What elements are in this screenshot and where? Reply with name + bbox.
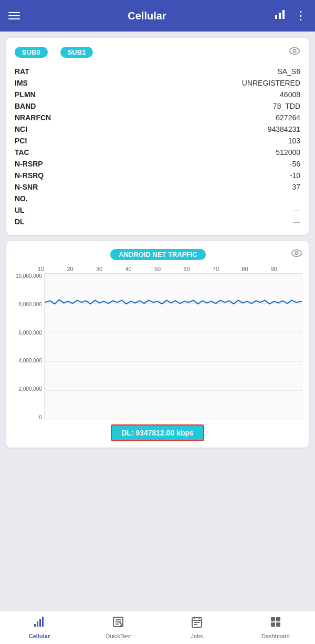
info-row: BAND78_TDD — [15, 100, 300, 112]
svg-rect-1 — [279, 13, 281, 19]
svg-rect-0 — [275, 15, 277, 19]
chart-x-label: 50 — [154, 266, 161, 272]
info-label: N-RSRQ — [15, 171, 72, 180]
info-label: NRARFCN — [15, 113, 72, 122]
chart-y-label: 6,000,000 — [19, 330, 43, 336]
info-label: NCI — [15, 125, 72, 133]
visibility-icon[interactable] — [289, 45, 300, 59]
info-value: — — [72, 217, 300, 226]
jobs-nav-icon — [191, 616, 203, 631]
grid-line-bottom — [45, 420, 302, 420]
info-value: 78_TDD — [72, 102, 300, 110]
menu-icon[interactable] — [8, 12, 20, 19]
info-value: 627264 — [72, 113, 300, 122]
sub-badges-row: SUB0 SUB1 — [15, 45, 300, 59]
svg-rect-9 — [39, 619, 41, 627]
svg-rect-24 — [276, 622, 280, 627]
info-value: 512000 — [72, 148, 300, 157]
nav-cellular[interactable]: Cellular — [0, 611, 79, 643]
info-row: N-RSRP-56 — [15, 158, 300, 170]
cellular-nav-icon — [33, 616, 46, 631]
info-row: DL— — [15, 216, 300, 227]
nav-dashboard[interactable]: Dashboard — [236, 611, 315, 643]
app-header: Cellular ⋮ — [0, 0, 315, 32]
info-value: 94384231 — [72, 125, 300, 133]
sub1-badge[interactable]: SUB1 — [60, 47, 93, 58]
traffic-chart-card: ANDROID NET TRAFFIC 102030405060708090 1… — [6, 241, 309, 448]
nav-jobs[interactable]: Jobs — [158, 611, 236, 643]
svg-rect-23 — [271, 622, 275, 627]
info-table: RATSA_S6IMSUNREGISTEREDPLMN46008BAND78_T… — [15, 66, 300, 227]
chart-y-labels: 10,000,0008,000,0006,000,0004,000,0002,0… — [13, 273, 44, 420]
svg-point-4 — [293, 49, 296, 53]
chart-y-label: 10,000,000 — [16, 273, 42, 279]
jobs-nav-label: Jobs — [191, 633, 203, 639]
main-content: SUB0 SUB1 RATSA_S6IMSUNREGISTEREDPLMN460… — [0, 32, 315, 499]
info-label: N-SNR — [15, 183, 72, 191]
chart-x-label: 10 — [38, 266, 44, 272]
sub-badges: SUB0 SUB1 — [15, 47, 93, 58]
info-row: PCI103 — [15, 135, 300, 147]
info-row: PLMN46008 — [15, 89, 300, 100]
info-label: TAC — [15, 148, 72, 157]
info-value: SA_S6 — [72, 67, 300, 76]
info-label: DL — [15, 217, 72, 226]
dl-badge-container: DL: 9347812.00 kbps — [13, 424, 302, 441]
chart-area: 102030405060708090 10,000,0008,000,0006,… — [13, 266, 302, 420]
info-label: PLMN — [15, 90, 72, 99]
nav-quicktest[interactable]: QuickTest — [79, 611, 158, 643]
signal-chart-icon[interactable] — [274, 8, 287, 24]
more-options-icon[interactable]: ⋮ — [295, 9, 307, 23]
chart-visibility-icon[interactable] — [291, 247, 302, 262]
info-value: 103 — [72, 137, 300, 145]
chart-y-label: 0 — [39, 414, 42, 420]
traffic-waveform — [45, 274, 302, 420]
info-label: N-RSRP — [15, 160, 72, 168]
svg-point-5 — [292, 250, 301, 257]
chart-x-label: 90 — [271, 266, 277, 272]
chart-y-label: 2,000,000 — [19, 386, 43, 392]
quicktest-nav-label: QuickTest — [106, 633, 131, 639]
info-row: RATSA_S6 — [15, 66, 300, 77]
android-net-traffic-badge: ANDROID NET TRAFFIC — [110, 249, 206, 260]
chart-x-label: 40 — [125, 266, 131, 272]
info-value: -10 — [72, 171, 300, 180]
chart-x-label: 20 — [67, 266, 73, 272]
chart-header: ANDROID NET TRAFFIC — [13, 247, 302, 262]
svg-rect-10 — [42, 617, 44, 627]
svg-point-3 — [290, 48, 299, 55]
dl-speed-badge: DL: 9347812.00 kbps — [111, 424, 204, 441]
svg-rect-2 — [282, 10, 285, 19]
quicktest-nav-icon — [112, 616, 124, 631]
info-label: NO. — [15, 194, 72, 203]
chart-x-label: 30 — [96, 266, 102, 272]
cellular-info-card: SUB0 SUB1 RATSA_S6IMSUNREGISTEREDPLMN460… — [6, 38, 309, 235]
chart-plot — [44, 273, 302, 420]
info-row: NCI94384231 — [15, 123, 300, 135]
svg-rect-21 — [271, 617, 275, 621]
info-label: BAND — [15, 102, 72, 110]
chart-body: 10,000,0008,000,0006,000,0004,000,0002,0… — [13, 273, 302, 420]
svg-point-6 — [295, 252, 298, 255]
info-value: — — [72, 206, 300, 214]
bottom-nav: Cellular QuickTest Jobs Dashboard — [0, 610, 315, 644]
info-row: TAC512000 — [15, 147, 300, 158]
info-row: N-RSRQ-10 — [15, 170, 300, 181]
info-label: IMS — [15, 79, 72, 87]
info-row: IMSUNREGISTERED — [15, 77, 300, 89]
svg-rect-8 — [37, 621, 38, 627]
svg-rect-7 — [34, 624, 36, 627]
info-value: 46008 — [72, 90, 300, 99]
chart-badge-row: ANDROID NET TRAFFIC — [25, 249, 291, 260]
info-row: UL— — [15, 204, 300, 216]
cellular-nav-label: Cellular — [29, 633, 50, 639]
dashboard-nav-label: Dashboard — [261, 633, 290, 639]
chart-y-label: 8,000,000 — [19, 302, 43, 307]
svg-rect-22 — [276, 617, 280, 621]
info-row: N-SNR37 — [15, 181, 300, 193]
page-title: Cellular — [128, 10, 166, 22]
info-value: 37 — [72, 183, 300, 191]
sub0-badge[interactable]: SUB0 — [15, 47, 48, 58]
info-row: NO. — [15, 193, 300, 204]
dashboard-nav-icon — [269, 616, 282, 631]
